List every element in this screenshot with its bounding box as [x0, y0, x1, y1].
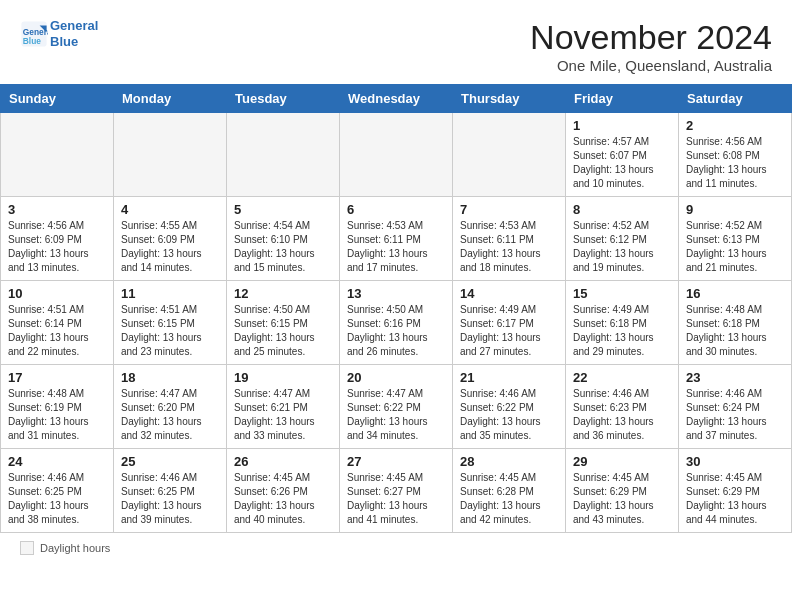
calendar: SundayMondayTuesdayWednesdayThursdayFrid… — [0, 84, 792, 533]
day-header-wednesday: Wednesday — [340, 85, 453, 113]
calendar-week-3: 17Sunrise: 4:48 AM Sunset: 6:19 PM Dayli… — [1, 365, 792, 449]
day-info: Sunrise: 4:50 AM Sunset: 6:16 PM Dayligh… — [347, 303, 445, 359]
day-number: 8 — [573, 202, 671, 217]
day-info: Sunrise: 4:50 AM Sunset: 6:15 PM Dayligh… — [234, 303, 332, 359]
day-number: 25 — [121, 454, 219, 469]
page-header: General Blue General Blue November 2024 … — [0, 0, 792, 84]
calendar-cell — [340, 113, 453, 197]
day-number: 5 — [234, 202, 332, 217]
day-number: 12 — [234, 286, 332, 301]
day-info: Sunrise: 4:56 AM Sunset: 6:09 PM Dayligh… — [8, 219, 106, 275]
day-header-monday: Monday — [114, 85, 227, 113]
day-info: Sunrise: 4:56 AM Sunset: 6:08 PM Dayligh… — [686, 135, 784, 191]
calendar-cell: 5Sunrise: 4:54 AM Sunset: 6:10 PM Daylig… — [227, 197, 340, 281]
day-number: 11 — [121, 286, 219, 301]
calendar-cell: 22Sunrise: 4:46 AM Sunset: 6:23 PM Dayli… — [566, 365, 679, 449]
day-number: 21 — [460, 370, 558, 385]
day-info: Sunrise: 4:45 AM Sunset: 6:29 PM Dayligh… — [573, 471, 671, 527]
calendar-cell: 26Sunrise: 4:45 AM Sunset: 6:26 PM Dayli… — [227, 449, 340, 533]
calendar-cell: 8Sunrise: 4:52 AM Sunset: 6:12 PM Daylig… — [566, 197, 679, 281]
day-info: Sunrise: 4:48 AM Sunset: 6:18 PM Dayligh… — [686, 303, 784, 359]
day-number: 23 — [686, 370, 784, 385]
day-info: Sunrise: 4:49 AM Sunset: 6:17 PM Dayligh… — [460, 303, 558, 359]
day-info: Sunrise: 4:51 AM Sunset: 6:14 PM Dayligh… — [8, 303, 106, 359]
day-info: Sunrise: 4:48 AM Sunset: 6:19 PM Dayligh… — [8, 387, 106, 443]
calendar-cell: 10Sunrise: 4:51 AM Sunset: 6:14 PM Dayli… — [1, 281, 114, 365]
calendar-cell: 24Sunrise: 4:46 AM Sunset: 6:25 PM Dayli… — [1, 449, 114, 533]
calendar-cell: 18Sunrise: 4:47 AM Sunset: 6:20 PM Dayli… — [114, 365, 227, 449]
day-info: Sunrise: 4:46 AM Sunset: 6:25 PM Dayligh… — [8, 471, 106, 527]
calendar-cell: 27Sunrise: 4:45 AM Sunset: 6:27 PM Dayli… — [340, 449, 453, 533]
location: One Mile, Queensland, Australia — [530, 57, 772, 74]
day-number: 26 — [234, 454, 332, 469]
day-header-friday: Friday — [566, 85, 679, 113]
day-info: Sunrise: 4:45 AM Sunset: 6:26 PM Dayligh… — [234, 471, 332, 527]
calendar-cell: 7Sunrise: 4:53 AM Sunset: 6:11 PM Daylig… — [453, 197, 566, 281]
calendar-cell: 12Sunrise: 4:50 AM Sunset: 6:15 PM Dayli… — [227, 281, 340, 365]
legend-label: Daylight hours — [40, 542, 110, 554]
day-number: 28 — [460, 454, 558, 469]
day-header-sunday: Sunday — [1, 85, 114, 113]
calendar-week-0: 1Sunrise: 4:57 AM Sunset: 6:07 PM Daylig… — [1, 113, 792, 197]
calendar-cell: 4Sunrise: 4:55 AM Sunset: 6:09 PM Daylig… — [114, 197, 227, 281]
day-info: Sunrise: 4:46 AM Sunset: 6:22 PM Dayligh… — [460, 387, 558, 443]
logo-text: General Blue — [50, 18, 98, 49]
calendar-cell: 20Sunrise: 4:47 AM Sunset: 6:22 PM Dayli… — [340, 365, 453, 449]
day-info: Sunrise: 4:47 AM Sunset: 6:20 PM Dayligh… — [121, 387, 219, 443]
day-header-tuesday: Tuesday — [227, 85, 340, 113]
logo: General Blue General Blue — [20, 18, 98, 49]
day-number: 19 — [234, 370, 332, 385]
day-info: Sunrise: 4:46 AM Sunset: 6:24 PM Dayligh… — [686, 387, 784, 443]
day-number: 7 — [460, 202, 558, 217]
calendar-cell: 14Sunrise: 4:49 AM Sunset: 6:17 PM Dayli… — [453, 281, 566, 365]
calendar-cell — [114, 113, 227, 197]
day-info: Sunrise: 4:45 AM Sunset: 6:27 PM Dayligh… — [347, 471, 445, 527]
title-block: November 2024 One Mile, Queensland, Aust… — [530, 18, 772, 74]
day-number: 18 — [121, 370, 219, 385]
calendar-header-row: SundayMondayTuesdayWednesdayThursdayFrid… — [1, 85, 792, 113]
calendar-week-1: 3Sunrise: 4:56 AM Sunset: 6:09 PM Daylig… — [1, 197, 792, 281]
day-number: 30 — [686, 454, 784, 469]
calendar-cell: 9Sunrise: 4:52 AM Sunset: 6:13 PM Daylig… — [679, 197, 792, 281]
day-info: Sunrise: 4:45 AM Sunset: 6:29 PM Dayligh… — [686, 471, 784, 527]
day-number: 14 — [460, 286, 558, 301]
day-number: 2 — [686, 118, 784, 133]
calendar-cell: 21Sunrise: 4:46 AM Sunset: 6:22 PM Dayli… — [453, 365, 566, 449]
legend-box — [20, 541, 34, 555]
calendar-cell: 28Sunrise: 4:45 AM Sunset: 6:28 PM Dayli… — [453, 449, 566, 533]
day-info: Sunrise: 4:53 AM Sunset: 6:11 PM Dayligh… — [347, 219, 445, 275]
day-number: 27 — [347, 454, 445, 469]
day-info: Sunrise: 4:53 AM Sunset: 6:11 PM Dayligh… — [460, 219, 558, 275]
day-number: 6 — [347, 202, 445, 217]
day-number: 13 — [347, 286, 445, 301]
calendar-cell — [453, 113, 566, 197]
calendar-cell: 13Sunrise: 4:50 AM Sunset: 6:16 PM Dayli… — [340, 281, 453, 365]
day-info: Sunrise: 4:51 AM Sunset: 6:15 PM Dayligh… — [121, 303, 219, 359]
calendar-cell: 23Sunrise: 4:46 AM Sunset: 6:24 PM Dayli… — [679, 365, 792, 449]
calendar-cell: 16Sunrise: 4:48 AM Sunset: 6:18 PM Dayli… — [679, 281, 792, 365]
calendar-cell: 30Sunrise: 4:45 AM Sunset: 6:29 PM Dayli… — [679, 449, 792, 533]
day-number: 22 — [573, 370, 671, 385]
day-number: 1 — [573, 118, 671, 133]
day-number: 3 — [8, 202, 106, 217]
day-info: Sunrise: 4:52 AM Sunset: 6:12 PM Dayligh… — [573, 219, 671, 275]
day-number: 24 — [8, 454, 106, 469]
legend: Daylight hours — [0, 533, 792, 563]
day-header-saturday: Saturday — [679, 85, 792, 113]
day-number: 4 — [121, 202, 219, 217]
day-number: 20 — [347, 370, 445, 385]
day-info: Sunrise: 4:49 AM Sunset: 6:18 PM Dayligh… — [573, 303, 671, 359]
day-header-thursday: Thursday — [453, 85, 566, 113]
day-number: 29 — [573, 454, 671, 469]
calendar-cell: 2Sunrise: 4:56 AM Sunset: 6:08 PM Daylig… — [679, 113, 792, 197]
calendar-cell: 15Sunrise: 4:49 AM Sunset: 6:18 PM Dayli… — [566, 281, 679, 365]
calendar-cell: 29Sunrise: 4:45 AM Sunset: 6:29 PM Dayli… — [566, 449, 679, 533]
day-info: Sunrise: 4:45 AM Sunset: 6:28 PM Dayligh… — [460, 471, 558, 527]
day-info: Sunrise: 4:55 AM Sunset: 6:09 PM Dayligh… — [121, 219, 219, 275]
day-number: 16 — [686, 286, 784, 301]
day-number: 10 — [8, 286, 106, 301]
day-info: Sunrise: 4:46 AM Sunset: 6:25 PM Dayligh… — [121, 471, 219, 527]
logo-icon: General Blue — [20, 20, 48, 48]
calendar-cell: 11Sunrise: 4:51 AM Sunset: 6:15 PM Dayli… — [114, 281, 227, 365]
calendar-week-2: 10Sunrise: 4:51 AM Sunset: 6:14 PM Dayli… — [1, 281, 792, 365]
